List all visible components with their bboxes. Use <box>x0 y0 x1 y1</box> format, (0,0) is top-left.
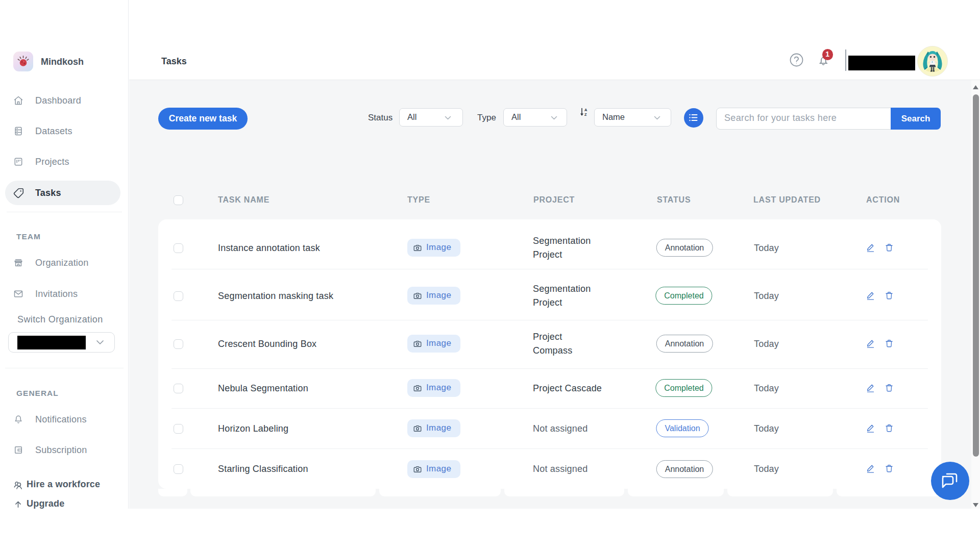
svg-text:A: A <box>584 108 587 112</box>
svg-text:Z: Z <box>584 112 587 117</box>
